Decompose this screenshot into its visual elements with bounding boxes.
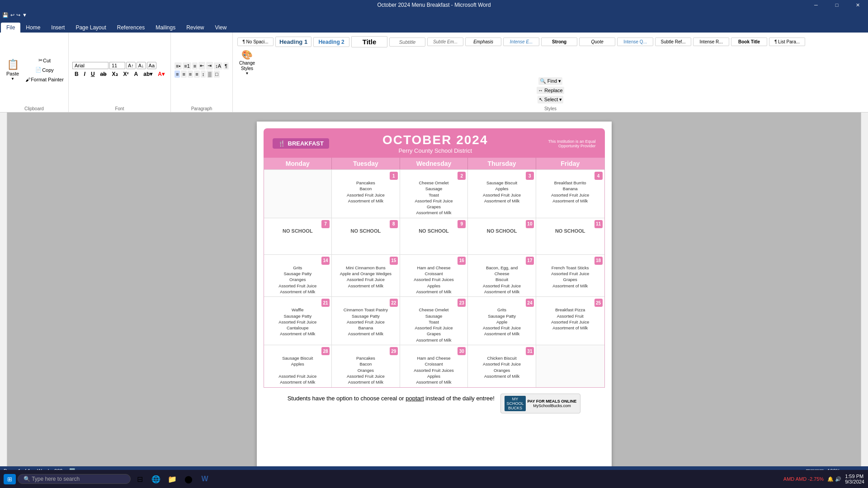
shading-button[interactable]: ▒ (207, 70, 213, 78)
chrome-icon[interactable]: ⬤ (181, 472, 196, 486)
cell-content-15: Mini Cinnamon BunsApple and Orange Wedge… (335, 265, 397, 289)
cell-content-17: Bacon, Egg, andCheeseBiscuitAssorted Fru… (471, 265, 533, 295)
style-quote[interactable]: Quote (579, 38, 615, 46)
align-center-button[interactable]: ≡ (181, 70, 186, 78)
close-button[interactable]: ✕ (847, 0, 868, 10)
replace-button[interactable]: ↔ Replace (537, 87, 564, 94)
numbering-button[interactable]: ≡1 (183, 62, 191, 70)
italic-button[interactable]: I (82, 70, 88, 78)
calendar-month: OCTOBER 2024 (329, 133, 542, 147)
style-subtitle[interactable]: Subtitle (389, 38, 425, 47)
bullets-button[interactable]: ≡• (175, 62, 182, 70)
task-view-button[interactable]: ⊟ (132, 472, 147, 486)
style-heading1[interactable]: Heading 1 (275, 37, 311, 47)
tab-view[interactable]: View (210, 23, 232, 33)
style-heading2[interactable]: Heading 2 (313, 37, 349, 47)
cell-oct-29: 29 PancakesBaconOrangesAssorted Fruit Ju… (332, 345, 400, 387)
shrink-font-button[interactable]: A↓ (137, 62, 146, 69)
font-name-input[interactable] (72, 62, 108, 69)
tab-page-layout[interactable]: Page Layout (70, 23, 111, 33)
style-list-para[interactable]: ¶ List Para... (769, 38, 805, 46)
save-icon[interactable]: 💾 (2, 12, 9, 18)
tab-home[interactable]: Home (20, 23, 46, 33)
bold-button[interactable]: B (72, 70, 81, 78)
customize-icon[interactable]: ▼ (22, 12, 27, 18)
myschoolbucks-badge: MYSCHOOLBUCKS PAY FOR MEALS ONLINEMyScho… (500, 394, 580, 413)
document-area[interactable]: 🍴 BREAKFAST OCTOBER 2024 Perry County Sc… (7, 113, 861, 488)
style-subtle-em[interactable]: Subtle Em... (427, 38, 463, 46)
cut-button[interactable]: ✂ Cut (24, 56, 66, 65)
start-button[interactable]: ⊞ (4, 474, 16, 484)
tab-file[interactable]: File (1, 23, 20, 33)
cell-oct-15: 15 Mini Cinnamon BunsApple and Orange We… (332, 255, 400, 296)
maximize-button[interactable]: □ (826, 0, 847, 10)
text-effects-button[interactable]: A (132, 70, 141, 78)
cell-oct-31: 31 Chicken BiscuitAssorted Fruit JuiceOr… (468, 345, 536, 387)
time: 1:59 PM (845, 474, 864, 479)
grow-font-button[interactable]: A↑ (126, 62, 136, 69)
week-2: 7 NO SCHOOL 8 NO SCHOOL 9 NO SCHOOL 10 N… (264, 218, 604, 254)
style-subtle-ref[interactable]: Subtle Ref... (655, 38, 691, 46)
style-book-title[interactable]: Book Title (731, 38, 767, 46)
strikethrough-button[interactable]: ab (98, 70, 109, 78)
undo-icon[interactable]: ↩ (10, 12, 14, 18)
font-color-button[interactable]: A▾ (156, 70, 167, 78)
tab-review[interactable]: Review (181, 23, 209, 33)
cell-oct-25: 25 Breakfast PizzaAssorted FruitAssorted… (536, 297, 604, 345)
format-painter-button[interactable]: 🖌 Format Painter (24, 75, 66, 84)
increase-indent-button[interactable]: ⇥ (206, 62, 213, 70)
align-right-button[interactable]: ≡ (188, 70, 193, 78)
cell-oct-10: 10 NO SCHOOL (468, 218, 536, 254)
day-number-25: 25 (594, 299, 603, 307)
line-spacing-button[interactable]: ↕ (201, 70, 206, 78)
cell-oct-21: 21 WaffleSausage PattyAssorted Fruit Jui… (264, 297, 332, 345)
decrease-indent-button[interactable]: ⇤ (198, 62, 205, 70)
fork-knife-icon: 🍴 (278, 140, 285, 147)
sort-button[interactable]: ↕A (214, 62, 222, 70)
select-button[interactable]: ↖ Select ▾ (538, 96, 564, 103)
redo-icon[interactable]: ↪ (16, 12, 20, 18)
underline-button[interactable]: U (89, 70, 97, 78)
show-hide-button[interactable]: ¶ (223, 62, 229, 70)
no-school-label-11: NO SCHOOL (539, 228, 602, 234)
style-strong[interactable]: Strong (541, 38, 577, 46)
minimize-button[interactable]: ─ (806, 0, 826, 10)
paste-button[interactable]: 📋 Paste ▼ (3, 57, 23, 83)
align-left-button[interactable]: ≡ (175, 70, 180, 78)
taskbar-search[interactable]: 🔍 Type here to search (18, 474, 131, 484)
font-size-input[interactable] (109, 62, 125, 69)
tab-insert[interactable]: Insert (46, 23, 70, 33)
justify-button[interactable]: ≡ (194, 70, 199, 78)
cell-content-1: PancakesBaconAssorted Fruit JuiceAssortm… (335, 180, 397, 204)
days-header: Monday Tuesday Wednesday Thursday Friday (264, 158, 604, 169)
word-icon[interactable]: W (198, 472, 212, 486)
edge-icon[interactable]: 🌐 (149, 472, 163, 486)
cell-content-24: GritsSausage PattyAppleAssorted Fruit Ju… (471, 307, 533, 337)
superscript-button[interactable]: X² (121, 70, 131, 78)
tab-references[interactable]: References (112, 23, 150, 33)
explorer-icon[interactable]: 📁 (165, 472, 179, 486)
clear-format-button[interactable]: Aa (147, 62, 156, 69)
tab-mailings[interactable]: Mailings (150, 23, 181, 33)
cell-content-30: Ham and CheeseCroissantAssorted Fruit Ju… (403, 355, 465, 385)
style-normal[interactable]: ¶ No Spaci... (237, 38, 274, 46)
cell-content-21: WaffleSausage PattyAssorted Fruit JuiceC… (267, 307, 329, 337)
style-title[interactable]: Title (351, 36, 387, 47)
multilevel-button[interactable]: ≡ (192, 62, 198, 70)
style-intense-e[interactable]: Intense E... (503, 38, 539, 46)
borders-button[interactable]: □ (214, 70, 220, 78)
system-tray: 🔔 🔊 (827, 476, 841, 482)
amd-label: AMD (783, 476, 794, 482)
find-button[interactable]: 🔍 Find ▾ (538, 77, 563, 85)
highlight-button[interactable]: ab▾ (141, 70, 155, 78)
window-title: October 2024 Menu Breakfast - Microsoft … (377, 2, 491, 8)
cell-oct-11: 11 NO SCHOOL (536, 218, 604, 254)
change-styles-button[interactable]: 🎨 Change Styles ▼ (237, 49, 257, 75)
subscript-button[interactable]: X₂ (110, 70, 120, 78)
style-intense-r[interactable]: Intense R... (693, 38, 729, 46)
style-intense-q[interactable]: Intense Q... (617, 38, 653, 46)
day-number-7: 7 (321, 220, 330, 228)
copy-button[interactable]: 📄 Copy (24, 66, 66, 75)
no-school-label-8: NO SCHOOL (335, 228, 397, 234)
style-emphasis[interactable]: Emphasis (465, 38, 501, 46)
